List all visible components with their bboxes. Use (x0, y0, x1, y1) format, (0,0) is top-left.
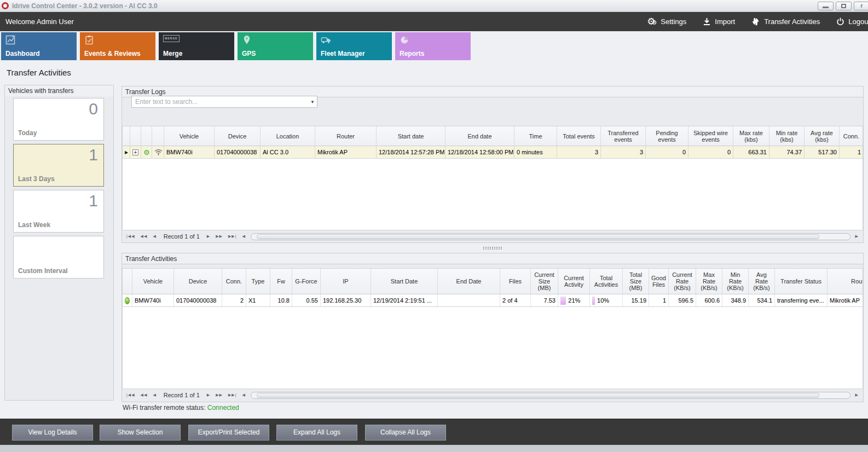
col-total-events[interactable]: Total events (557, 126, 601, 146)
transfer-activities-button[interactable]: Transfer Activities (751, 18, 820, 26)
cell-type: X1 (246, 294, 270, 306)
expand-all-logs-button[interactable]: Expand All Logs (276, 425, 357, 441)
card-last-week[interactable]: 1 Last Week (13, 190, 104, 233)
tile-fleet-manager[interactable]: Fleet Manager (316, 32, 392, 60)
col-fw[interactable]: Fw (270, 269, 292, 294)
pager-last-icon[interactable]: ▶▶| (228, 234, 237, 239)
tile-gps[interactable]: GPS (238, 32, 313, 60)
row-expand-icon[interactable]: + (132, 149, 138, 155)
col-skipped-wire-events[interactable]: Skipped wire events (688, 126, 733, 146)
tile-events-reviews[interactable]: Events & Reviews (80, 32, 155, 60)
close-button[interactable]: r (854, 2, 868, 10)
col-transferred-events[interactable]: Transferred events (601, 126, 646, 146)
scrollbar-thumb[interactable] (257, 234, 819, 239)
clipboard-check-icon (84, 35, 94, 45)
col-transfer-status[interactable]: Transfer Status (775, 269, 828, 294)
col-ip[interactable]: IP (321, 269, 371, 294)
col-conn[interactable]: Conn. (222, 269, 246, 294)
col-avg-rate[interactable]: Avg Rate (KB/s) (749, 269, 775, 294)
col-vehicle[interactable]: Vehicle (164, 126, 215, 146)
col-vehicle[interactable]: Vehicle (132, 269, 174, 294)
col-end-date[interactable]: End Date (438, 269, 500, 294)
map-pin-icon (242, 35, 252, 45)
col-indicator (123, 126, 130, 146)
pager-last-icon[interactable]: ▶▶| (228, 393, 237, 397)
search-input[interactable] (132, 96, 302, 107)
col-type[interactable]: Type (246, 269, 270, 294)
transfer-logs-row[interactable]: ▶ + ⚙ BMW740i 017040000038 Al CC 3.0 Mik… (123, 146, 863, 159)
col-router[interactable]: Router (828, 269, 863, 294)
cell-transfer-status: transferring eve... (775, 294, 828, 306)
tile-reports[interactable]: Reports (395, 32, 471, 60)
pager-prev-page-icon[interactable]: ◀◀ (141, 393, 148, 397)
collapse-all-logs-button[interactable]: Collapse All Logs (365, 425, 446, 441)
close-icon: r (861, 3, 863, 9)
card-today[interactable]: 0 Today (13, 98, 104, 141)
logout-button[interactable]: Logout (836, 18, 868, 26)
pager-next-icon[interactable]: ▶ (207, 393, 210, 397)
pager-next-page-icon[interactable]: ▶▶ (216, 234, 223, 239)
tile-dashboard[interactable]: Dashboard (1, 32, 77, 60)
export-print-selected-button[interactable]: Export/Print Selected (188, 425, 269, 441)
horizontal-scrollbar[interactable] (251, 233, 850, 240)
hscroll-right-icon[interactable]: ▶ (855, 393, 859, 397)
card-last-3-days[interactable]: 1 Last 3 Days (13, 144, 104, 187)
cell-current-rate: 596.5 (669, 294, 696, 306)
col-current-size[interactable]: Current Size (MB) (531, 269, 558, 294)
col-total-activities[interactable]: Total Activities (590, 269, 623, 294)
show-selection-button[interactable]: Show Selection (100, 425, 181, 441)
col-conn[interactable]: Conn. (840, 126, 863, 146)
cell-location: Al CC 3.0 (261, 146, 315, 158)
horizontal-scrollbar[interactable] (251, 392, 850, 399)
hscroll-left-icon[interactable]: ◀ (242, 393, 246, 397)
scrollbar-thumb[interactable] (257, 393, 819, 398)
col-total-size[interactable]: Total Size (MB) (623, 269, 649, 294)
col-start-date[interactable]: Start date (377, 126, 445, 146)
col-g-force[interactable]: G-Force (292, 269, 321, 294)
col-min-rate[interactable]: Min rate (kbs) (769, 126, 805, 146)
col-files[interactable]: Files (500, 269, 531, 294)
pager-prev-icon[interactable]: ◀ (153, 393, 156, 397)
col-time[interactable]: Time (514, 126, 557, 146)
col-router[interactable]: Router (315, 126, 377, 146)
search-combo: ▼ (131, 96, 317, 108)
view-log-details-button[interactable]: View Log Details (12, 425, 93, 441)
pager-first-icon[interactable]: |◀◀ (126, 393, 135, 397)
cell-max-rate: 663.31 (733, 146, 769, 158)
card-custom-interval[interactable]: Custom Interval (13, 236, 104, 279)
col-avg-rate[interactable]: Avg rate (kbs) (805, 126, 840, 146)
col-device[interactable]: Device (174, 269, 222, 294)
col-max-rate[interactable]: Max rate (kbs) (733, 126, 769, 146)
dashboard-icon (5, 35, 15, 45)
hscroll-right-icon[interactable]: ▶ (855, 234, 859, 239)
col-start-date[interactable]: Start Date (371, 269, 438, 294)
pager-next-page-icon[interactable]: ▶▶ (216, 393, 223, 397)
transfer-activities-pager: |◀◀ ◀◀ ◀ Record 1 of 1 ▶ ▶▶ ▶▶| ◀ ▶ (124, 390, 861, 401)
settings-button[interactable]: ⚙⚙ Settings (647, 18, 686, 26)
col-current-rate[interactable]: Current Rate (KB/s) (669, 269, 696, 294)
hscroll-left-icon[interactable]: ◀ (242, 234, 246, 239)
gears-icon: ⚙⚙ (647, 18, 657, 26)
cell-start-date: 12/18/2014 12:57:28 PM (377, 146, 445, 158)
col-max-rate[interactable]: Max Rate (KB/s) (696, 269, 722, 294)
col-current-activity[interactable]: Current Activity (558, 269, 590, 294)
col-good-files[interactable]: Good Files (649, 269, 669, 294)
import-button[interactable]: Import (703, 18, 735, 26)
pager-next-icon[interactable]: ▶ (207, 234, 210, 239)
tile-merge[interactable]: MERGE Merge (159, 32, 234, 60)
pager-prev-page-icon[interactable]: ◀◀ (141, 234, 148, 239)
search-dropdown-icon[interactable]: ▼ (310, 100, 315, 105)
col-pending-events[interactable]: Pending events (646, 126, 688, 146)
pager-first-icon[interactable]: |◀◀ (126, 234, 135, 239)
pager-prev-icon[interactable]: ◀ (153, 234, 156, 239)
transfer-activities-row[interactable]: BMW740i 017040000038 2 X1 10.8 0.55 192.… (123, 294, 863, 307)
col-status (123, 269, 132, 294)
maximize-button[interactable] (836, 2, 852, 10)
cell-min-rate: 74.37 (769, 146, 805, 158)
col-location[interactable]: Location (261, 126, 315, 146)
minimize-button[interactable] (818, 2, 834, 10)
panel-splitter[interactable] (121, 246, 864, 250)
col-end-date[interactable]: End date (445, 126, 514, 146)
col-min-rate[interactable]: Min Rate (KB/s) (722, 269, 749, 294)
col-device[interactable]: Device (215, 126, 261, 146)
